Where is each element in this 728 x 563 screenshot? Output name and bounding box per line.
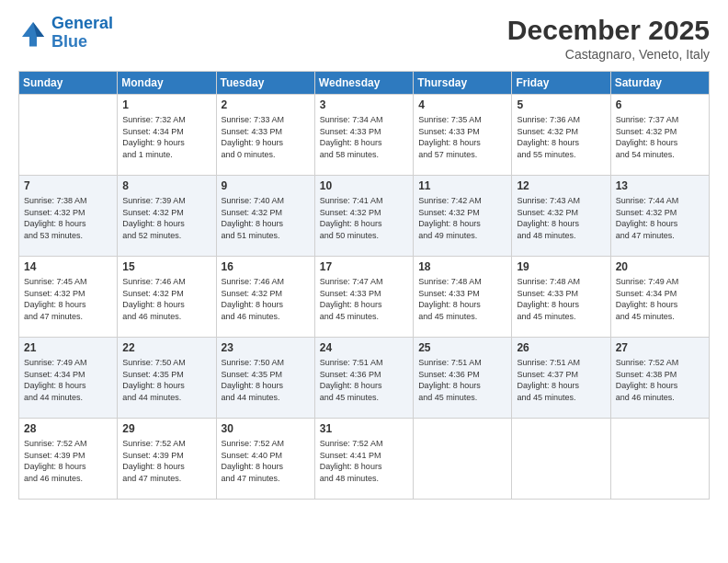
day-info: Sunrise: 7:49 AMSunset: 4:34 PMDaylight:… <box>616 276 704 322</box>
day-number: 15 <box>122 260 210 273</box>
calendar-cell: 8Sunrise: 7:39 AMSunset: 4:32 PMDaylight… <box>118 176 216 257</box>
col-saturday: Saturday <box>610 72 709 95</box>
day-info: Sunrise: 7:50 AMSunset: 4:35 PMDaylight:… <box>222 357 310 403</box>
day-number: 19 <box>517 260 605 273</box>
calendar-cell: 10Sunrise: 7:41 AMSunset: 4:32 PMDayligh… <box>314 176 413 257</box>
day-number: 18 <box>418 260 506 273</box>
calendar-cell: 3Sunrise: 7:34 AMSunset: 4:33 PMDaylight… <box>314 95 413 176</box>
day-number: 11 <box>418 179 506 192</box>
day-info: Sunrise: 7:35 AMSunset: 4:33 PMDaylight:… <box>418 114 506 160</box>
day-number: 21 <box>24 341 112 354</box>
col-friday: Friday <box>512 72 610 95</box>
day-number: 27 <box>616 341 704 354</box>
col-thursday: Thursday <box>414 72 512 95</box>
calendar-cell: 1Sunrise: 7:32 AMSunset: 4:34 PMDaylight… <box>118 95 216 176</box>
calendar-cell: 31Sunrise: 7:52 AMSunset: 4:41 PMDayligh… <box>314 419 413 500</box>
day-info: Sunrise: 7:51 AMSunset: 4:36 PMDaylight:… <box>320 357 408 403</box>
day-number: 25 <box>418 341 506 354</box>
day-info: Sunrise: 7:52 AMSunset: 4:39 PMDaylight:… <box>122 438 210 484</box>
day-number: 16 <box>222 260 310 273</box>
calendar-cell: 4Sunrise: 7:35 AMSunset: 4:33 PMDaylight… <box>414 95 512 176</box>
calendar-cell: 5Sunrise: 7:36 AMSunset: 4:32 PMDaylight… <box>512 95 610 176</box>
day-info: Sunrise: 7:52 AMSunset: 4:39 PMDaylight:… <box>24 438 112 484</box>
day-info: Sunrise: 7:44 AMSunset: 4:32 PMDaylight:… <box>616 195 704 241</box>
calendar-cell: 9Sunrise: 7:40 AMSunset: 4:32 PMDaylight… <box>216 176 314 257</box>
day-info: Sunrise: 7:36 AMSunset: 4:32 PMDaylight:… <box>517 114 605 160</box>
col-sunday: Sunday <box>19 72 118 95</box>
calendar-cell: 16Sunrise: 7:46 AMSunset: 4:32 PMDayligh… <box>216 257 314 338</box>
calendar-cell <box>512 419 610 500</box>
calendar-cell: 24Sunrise: 7:51 AMSunset: 4:36 PMDayligh… <box>314 338 413 419</box>
calendar-cell: 22Sunrise: 7:50 AMSunset: 4:35 PMDayligh… <box>118 338 216 419</box>
day-number: 30 <box>222 422 310 435</box>
day-number: 22 <box>122 341 210 354</box>
day-info: Sunrise: 7:47 AMSunset: 4:33 PMDaylight:… <box>320 276 408 322</box>
day-info: Sunrise: 7:52 AMSunset: 4:41 PMDaylight:… <box>320 438 408 484</box>
calendar-cell: 6Sunrise: 7:37 AMSunset: 4:32 PMDaylight… <box>610 95 709 176</box>
calendar-cell: 20Sunrise: 7:49 AMSunset: 4:34 PMDayligh… <box>610 257 709 338</box>
day-number: 26 <box>517 341 605 354</box>
day-number: 3 <box>320 98 408 111</box>
calendar-cell: 27Sunrise: 7:52 AMSunset: 4:38 PMDayligh… <box>610 338 709 419</box>
day-info: Sunrise: 7:46 AMSunset: 4:32 PMDaylight:… <box>122 276 210 322</box>
day-number: 5 <box>517 98 605 111</box>
day-info: Sunrise: 7:52 AMSunset: 4:40 PMDaylight:… <box>222 438 310 484</box>
calendar-cell: 25Sunrise: 7:51 AMSunset: 4:36 PMDayligh… <box>414 338 512 419</box>
calendar-cell: 28Sunrise: 7:52 AMSunset: 4:39 PMDayligh… <box>19 419 118 500</box>
col-wednesday: Wednesday <box>314 72 413 95</box>
header: General Blue December 2025 Castagnaro, V… <box>18 15 710 62</box>
day-info: Sunrise: 7:41 AMSunset: 4:32 PMDaylight:… <box>320 195 408 241</box>
day-info: Sunrise: 7:40 AMSunset: 4:32 PMDaylight:… <box>222 195 310 241</box>
day-number: 28 <box>24 422 112 435</box>
day-number: 13 <box>616 179 704 192</box>
subtitle: Castagnaro, Veneto, Italy <box>507 47 710 62</box>
day-info: Sunrise: 7:49 AMSunset: 4:34 PMDaylight:… <box>24 357 112 403</box>
day-info: Sunrise: 7:45 AMSunset: 4:32 PMDaylight:… <box>24 276 112 322</box>
calendar-week-0: 1Sunrise: 7:32 AMSunset: 4:34 PMDaylight… <box>19 95 710 176</box>
logo-text: General Blue <box>51 15 113 52</box>
calendar-cell <box>414 419 512 500</box>
day-info: Sunrise: 7:39 AMSunset: 4:32 PMDaylight:… <box>122 195 210 241</box>
calendar-week-4: 28Sunrise: 7:52 AMSunset: 4:39 PMDayligh… <box>19 419 710 500</box>
day-number: 4 <box>418 98 506 111</box>
day-number: 24 <box>320 341 408 354</box>
calendar-cell <box>19 95 118 176</box>
day-number: 10 <box>320 179 408 192</box>
day-info: Sunrise: 7:37 AMSunset: 4:32 PMDaylight:… <box>616 114 704 160</box>
day-info: Sunrise: 7:51 AMSunset: 4:37 PMDaylight:… <box>517 357 605 403</box>
calendar-header-row: Sunday Monday Tuesday Wednesday Thursday… <box>19 72 710 95</box>
calendar-cell: 13Sunrise: 7:44 AMSunset: 4:32 PMDayligh… <box>610 176 709 257</box>
calendar-cell: 17Sunrise: 7:47 AMSunset: 4:33 PMDayligh… <box>314 257 413 338</box>
calendar-cell: 2Sunrise: 7:33 AMSunset: 4:33 PMDaylight… <box>216 95 314 176</box>
calendar-cell: 29Sunrise: 7:52 AMSunset: 4:39 PMDayligh… <box>118 419 216 500</box>
day-number: 20 <box>616 260 704 273</box>
logo: General Blue <box>18 15 113 52</box>
calendar-cell: 18Sunrise: 7:48 AMSunset: 4:33 PMDayligh… <box>414 257 512 338</box>
day-info: Sunrise: 7:48 AMSunset: 4:33 PMDaylight:… <box>517 276 605 322</box>
day-info: Sunrise: 7:42 AMSunset: 4:32 PMDaylight:… <box>418 195 506 241</box>
day-number: 14 <box>24 260 112 273</box>
day-info: Sunrise: 7:32 AMSunset: 4:34 PMDaylight:… <box>122 114 210 160</box>
day-info: Sunrise: 7:43 AMSunset: 4:32 PMDaylight:… <box>517 195 605 241</box>
day-number: 6 <box>616 98 704 111</box>
calendar: Sunday Monday Tuesday Wednesday Thursday… <box>18 71 710 500</box>
day-info: Sunrise: 7:34 AMSunset: 4:33 PMDaylight:… <box>320 114 408 160</box>
day-info: Sunrise: 7:51 AMSunset: 4:36 PMDaylight:… <box>418 357 506 403</box>
day-number: 1 <box>122 98 210 111</box>
day-info: Sunrise: 7:33 AMSunset: 4:33 PMDaylight:… <box>222 114 310 160</box>
day-number: 23 <box>222 341 310 354</box>
calendar-week-2: 14Sunrise: 7:45 AMSunset: 4:32 PMDayligh… <box>19 257 710 338</box>
day-info: Sunrise: 7:52 AMSunset: 4:38 PMDaylight:… <box>616 357 704 403</box>
calendar-cell: 7Sunrise: 7:38 AMSunset: 4:32 PMDaylight… <box>19 176 118 257</box>
day-info: Sunrise: 7:38 AMSunset: 4:32 PMDaylight:… <box>24 195 112 241</box>
calendar-cell <box>610 419 709 500</box>
calendar-week-3: 21Sunrise: 7:49 AMSunset: 4:34 PMDayligh… <box>19 338 710 419</box>
col-monday: Monday <box>118 72 216 95</box>
logo-icon <box>18 18 48 48</box>
day-info: Sunrise: 7:50 AMSunset: 4:35 PMDaylight:… <box>122 357 210 403</box>
day-number: 8 <box>122 179 210 192</box>
day-number: 7 <box>24 179 112 192</box>
day-number: 2 <box>222 98 310 111</box>
calendar-cell: 23Sunrise: 7:50 AMSunset: 4:35 PMDayligh… <box>216 338 314 419</box>
calendar-cell: 12Sunrise: 7:43 AMSunset: 4:32 PMDayligh… <box>512 176 610 257</box>
